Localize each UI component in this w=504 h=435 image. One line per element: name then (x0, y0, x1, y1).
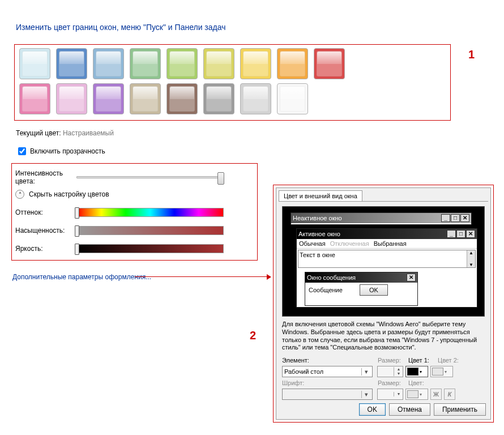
inactive-window: Неактивное окно _ □ ✕ (291, 212, 472, 225)
size2-label: Размер: (378, 379, 406, 386)
color2-picker: ▾ (430, 366, 453, 377)
font-size-spinner: ▾ (377, 389, 403, 400)
appearance-dialog-group: Цвет и внешний вид окна Неактивное окно … (273, 185, 494, 423)
color-swatch[interactable] (93, 83, 124, 114)
fontcolor-label: Цвет: (408, 379, 424, 386)
dialog-tab[interactable]: Цвет и внешний вид окна (279, 190, 362, 201)
advanced-appearance-link[interactable]: Дополнительные параметры оформления... (12, 273, 151, 281)
color1-picker[interactable]: ▾ (405, 366, 428, 377)
font-label: Шрифт: (282, 379, 375, 386)
scrollbar[interactable]: ▲▼ (467, 250, 475, 267)
color-sliders-group: Интенсивность цвета: 2 ˄ Скрыть настройк… (11, 163, 258, 261)
minimize-icon[interactable]: _ (447, 230, 456, 238)
transparency-checkbox[interactable]: Включить прозрачность (16, 146, 105, 157)
brightness-slider[interactable] (76, 244, 224, 253)
color-swatch[interactable] (277, 83, 308, 114)
color-swatch[interactable] (19, 48, 50, 79)
maximize-icon[interactable]: □ (456, 230, 465, 238)
saturation-label: Насыщенность: (15, 227, 76, 234)
size-spinner: ▴▾ (377, 366, 403, 377)
current-color-label: Текущий цвет: Настраиваемый (16, 129, 114, 137)
color-swatch[interactable] (314, 48, 345, 79)
window-menu: ОбычнаяОтключеннаяВыбранная (297, 239, 477, 249)
brightness-label: Яркость: (15, 245, 76, 253)
color-swatch[interactable] (203, 83, 234, 114)
size-label: Размер: (378, 357, 406, 364)
toggle-colors-label[interactable]: Скрыть настройку цветов (29, 190, 109, 198)
intensity-slider[interactable] (76, 176, 224, 178)
font-combo: ▾ (282, 389, 373, 400)
close-icon[interactable]: ✕ (466, 230, 475, 238)
annotation-2: 2 (250, 329, 256, 342)
element-label: Элемент: (282, 357, 375, 364)
annotation-1: 1 (468, 48, 475, 61)
text-area[interactable]: Текст в окне ▲▼ (298, 250, 476, 268)
close-icon[interactable]: ✕ (460, 214, 469, 222)
cancel-button[interactable]: Отмена (389, 403, 430, 416)
active-window: Активное окно _ □ ✕ ОбычнаяОтключеннаяВы… (296, 228, 477, 308)
font-color-picker: ▾ (405, 389, 428, 400)
transparency-input[interactable] (18, 147, 26, 155)
color-swatch[interactable] (130, 83, 161, 114)
color-swatch[interactable] (93, 48, 124, 79)
note-text: Для включения цветовой схемы "Windows Ae… (282, 321, 485, 352)
color-swatch-group (14, 44, 451, 121)
color-swatch[interactable] (130, 48, 161, 79)
hue-thumb[interactable] (75, 207, 79, 219)
saturation-thumb[interactable] (75, 225, 79, 237)
italic-button: К (444, 389, 455, 400)
color-swatch[interactable] (240, 48, 271, 79)
color-swatch[interactable] (166, 83, 198, 114)
ok-button[interactable]: OK (359, 403, 386, 416)
color-swatch[interactable] (240, 83, 271, 114)
intensity-label: Интенсивность цвета: (15, 169, 76, 185)
minimize-icon[interactable]: _ (441, 214, 450, 222)
hue-label: Оттенок: (15, 208, 76, 216)
message-text: Сообщение (309, 287, 343, 293)
intensity-thumb[interactable] (217, 172, 224, 185)
message-box: Окно сообщения ✕ Сообщение OK (305, 272, 418, 306)
hue-slider[interactable] (76, 208, 224, 217)
msgbox-ok-button[interactable]: OK (360, 284, 388, 296)
saturation-slider[interactable] (76, 226, 224, 235)
maximize-icon[interactable]: □ (451, 214, 460, 222)
color-swatch[interactable] (56, 83, 87, 114)
color-swatch[interactable] (19, 83, 50, 114)
annotation-arrow (135, 276, 270, 277)
color2-label: Цвет 2: (438, 357, 459, 364)
preview-area: Неактивное окно _ □ ✕ Активное окно _ (282, 206, 485, 317)
color-swatch[interactable] (56, 48, 87, 79)
bold-button: Ж (430, 389, 442, 400)
page-title: Изменить цвет границ окон, меню "Пуск" и… (16, 23, 226, 32)
color-swatch[interactable] (277, 48, 308, 79)
apply-button[interactable]: Применить (434, 403, 486, 416)
element-combo[interactable]: Рабочий стол▾ (282, 366, 373, 377)
color1-label: Цвет 1: (408, 357, 435, 364)
chevron-up-icon[interactable]: ˄ (15, 190, 24, 199)
brightness-thumb[interactable] (75, 244, 79, 255)
close-icon[interactable]: ✕ (407, 274, 416, 282)
appearance-dialog: Цвет и внешний вид окна Неактивное окно … (276, 187, 491, 420)
color-swatch[interactable] (203, 48, 234, 79)
color-swatch[interactable] (166, 48, 198, 79)
